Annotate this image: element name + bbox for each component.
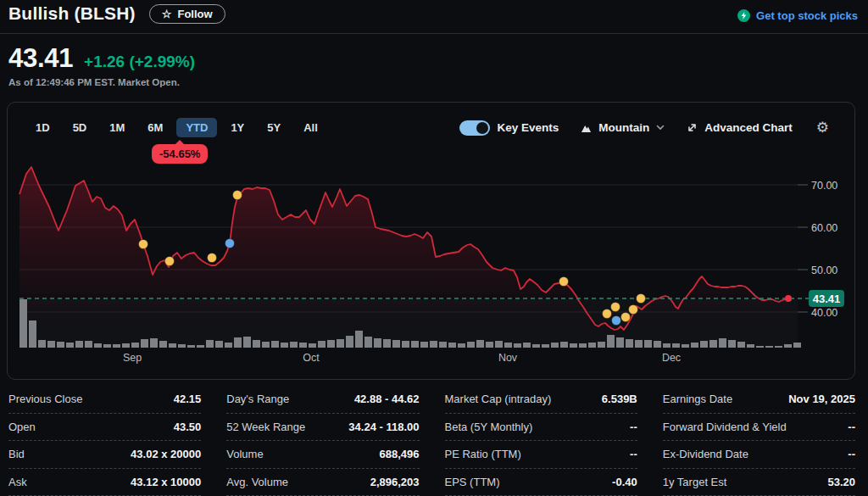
- volume-bar: [374, 338, 381, 348]
- volume-bar: [103, 344, 111, 348]
- volume-bar: [364, 337, 372, 348]
- range-change-badge: -54.65%: [152, 144, 208, 164]
- promo-link[interactable]: Get top stock picks: [737, 9, 858, 22]
- stat-label: Day's Range: [226, 393, 289, 405]
- volume-bar: [19, 299, 27, 348]
- range-button-1y[interactable]: 1Y: [221, 118, 253, 137]
- volume-bar: [66, 343, 74, 348]
- promo-label: Get top stock picks: [756, 9, 858, 22]
- volume-bar: [318, 341, 326, 348]
- x-axis-label: Oct: [303, 352, 320, 364]
- stat-label: Open: [8, 421, 36, 433]
- y-axis-label: 60.00: [811, 222, 837, 234]
- volume-bar: [747, 344, 754, 348]
- current-price: 43.41: [8, 43, 73, 74]
- key-event-marker-blue[interactable]: [612, 316, 621, 326]
- chart-type-dropdown[interactable]: Mountain: [581, 121, 665, 134]
- volume-bar: [458, 343, 465, 348]
- volume-bar: [532, 344, 540, 348]
- price-chart[interactable]: 70.0060.0050.0040.00SepOctNovDec43.41: [8, 103, 853, 377]
- volume-bar: [560, 342, 568, 348]
- key-event-marker-yellow[interactable]: [637, 294, 646, 304]
- volume-bar: [309, 343, 316, 348]
- volume-bar: [75, 341, 83, 348]
- page-title: Bullish (BLSH): [8, 3, 136, 24]
- volume-bar: [551, 343, 559, 348]
- range-button-all[interactable]: All: [294, 118, 327, 137]
- last-price-dot: [785, 295, 792, 302]
- volume-bar: [327, 340, 335, 348]
- volume-bar: [439, 342, 447, 348]
- stat-label: Previous Close: [8, 393, 82, 405]
- stat-label: PE Ratio (TTM): [445, 448, 521, 460]
- follow-button[interactable]: ☆ Follow: [149, 4, 225, 24]
- key-event-marker-yellow[interactable]: [621, 313, 631, 322]
- volume-bar: [719, 338, 726, 348]
- stat-label: 1y Target Est: [663, 476, 727, 488]
- x-axis-label: Nov: [498, 352, 518, 364]
- star-icon: ☆: [162, 8, 172, 20]
- volume-bar: [737, 342, 745, 348]
- stat-value: --: [630, 421, 637, 433]
- volume-bar: [29, 320, 36, 348]
- volume-bar: [253, 340, 260, 348]
- volume-bar: [793, 343, 801, 348]
- volume-bar: [85, 341, 92, 348]
- stat-value: 6.539B: [602, 393, 637, 405]
- volume-bar: [243, 337, 251, 348]
- volume-bar: [607, 335, 615, 348]
- range-button-1d[interactable]: 1D: [26, 118, 59, 137]
- stat-row: Avg. Volume2,896,203: [226, 469, 419, 496]
- range-button-6m[interactable]: 6M: [138, 118, 172, 137]
- stat-label: Earnings Date: [663, 393, 732, 405]
- stat-label: 52 Week Range: [226, 421, 305, 433]
- volume-bar: [57, 342, 64, 348]
- stat-value: --: [848, 448, 855, 460]
- range-button-1m[interactable]: 1M: [100, 118, 134, 137]
- volume-bar: [654, 341, 661, 348]
- y-axis-label: 50.00: [811, 265, 837, 276]
- key-event-marker-yellow[interactable]: [208, 254, 217, 263]
- volume-bar: [411, 341, 419, 348]
- volume-bar: [635, 340, 643, 348]
- volume-bar: [122, 343, 130, 348]
- key-event-marker-yellow[interactable]: [611, 303, 620, 312]
- stat-value: 34.24 - 118.00: [348, 421, 419, 433]
- key-events-toggle[interactable]: [459, 120, 490, 136]
- asof-text: As of 12:49:46 PM EST. Market Open.: [8, 77, 180, 87]
- stat-row: Bid43.02 x 20000: [8, 441, 201, 469]
- range-button-ytd[interactable]: YTD: [176, 118, 217, 137]
- volume-bar: [523, 343, 531, 348]
- key-event-marker-yellow[interactable]: [559, 277, 569, 287]
- key-event-marker-yellow[interactable]: [165, 257, 175, 266]
- volume-bar: [206, 340, 214, 348]
- key-events-toggle-group: Key Events: [459, 120, 559, 136]
- stat-label: Volume: [226, 448, 263, 460]
- key-event-marker-yellow[interactable]: [233, 191, 242, 200]
- range-button-5d[interactable]: 5D: [64, 118, 97, 137]
- stat-row: Open43.50: [8, 414, 201, 442]
- key-event-marker-yellow[interactable]: [629, 305, 638, 315]
- advanced-chart-link[interactable]: Advanced Chart: [687, 121, 793, 134]
- volume-bar: [784, 344, 792, 348]
- header: Bullish (BLSH) ☆ Follow: [8, 3, 225, 24]
- volume-bar: [775, 346, 782, 348]
- gear-icon[interactable]: ⚙: [816, 120, 829, 135]
- stats-column-4: Earnings DateNov 19, 2025Forward Dividen…: [663, 386, 855, 496]
- volume-bar: [476, 340, 484, 348]
- volume-bar: [504, 343, 512, 348]
- key-event-marker-yellow[interactable]: [603, 309, 612, 319]
- stat-label: Market Cap (intraday): [445, 393, 552, 405]
- key-event-marker-blue[interactable]: [225, 239, 235, 248]
- key-event-marker-yellow[interactable]: [139, 240, 148, 249]
- volume-bar: [570, 343, 577, 348]
- volume-bar: [94, 343, 102, 348]
- volume-bar: [290, 342, 298, 348]
- volume-bar: [486, 342, 493, 348]
- range-button-5y[interactable]: 5Y: [258, 118, 290, 137]
- volume-bar: [169, 343, 176, 348]
- range-buttons: 1D5D1M6MYTD1Y5YAll: [26, 118, 327, 137]
- volume-bar: [337, 339, 344, 348]
- stat-row: Day's Range42.88 - 44.62: [226, 386, 419, 414]
- volume-bar: [579, 343, 587, 348]
